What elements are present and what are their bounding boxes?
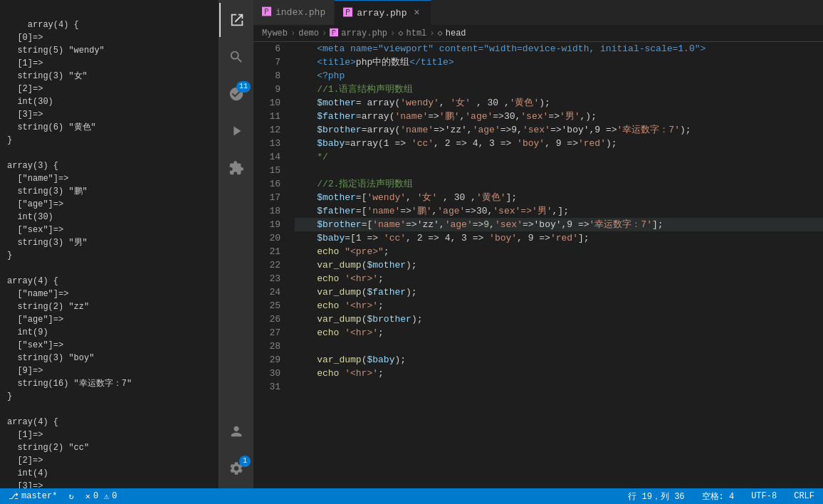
code-token: ]; [505, 191, 517, 204]
breadcrumb-head-icon: ◇ [438, 28, 443, 38]
code-token: 'cc' [412, 137, 434, 150]
sidebar-item-git[interactable]: 11 [219, 77, 253, 111]
code-line: $brother=['name'=>'zz','age'=>9,'sex'=>'… [295, 218, 823, 231]
line-numbers: 6789101112131415161718192021222324252627… [253, 42, 289, 488]
code-token: '幸运数字：7' [617, 123, 680, 137]
line-number: 17 [253, 191, 281, 204]
code-token: => [428, 110, 439, 123]
code-line: echo '<hr>'; [295, 299, 823, 313]
code-token: 'sex' [495, 218, 523, 231]
code-token: $father [317, 204, 356, 218]
sidebar-item-extensions[interactable] [219, 151, 253, 185]
line-number: 20 [253, 231, 281, 245]
tab-close-array[interactable]: × [411, 7, 422, 19]
breadcrumb-sep1: › [290, 28, 295, 38]
sidebar-item-account[interactable] [219, 414, 253, 448]
code-token: =[ [362, 218, 373, 231]
code-token: ); [412, 313, 423, 326]
line-number: 7 [253, 56, 281, 69]
code-line: */ [295, 150, 823, 164]
code-area[interactable]: <meta name="viewport" content="width=dev… [289, 42, 823, 488]
breadcrumb-head[interactable]: head [446, 28, 466, 38]
tab-array[interactable]: 🅿 array.php × [335, 0, 431, 25]
code-token: '<hr>' [345, 367, 378, 380]
code-token: =>30, [465, 204, 493, 218]
code-token: php中的数组 [356, 56, 409, 69]
line-number: 12 [253, 123, 281, 137]
code-token [295, 177, 317, 191]
settings-badge: 1 [239, 456, 251, 467]
git-badge: 11 [236, 81, 251, 93]
line-number: 8 [253, 69, 281, 83]
breadcrumb-demo[interactable]: demo [298, 28, 319, 38]
breadcrumb-myweb[interactable]: Myweb [262, 28, 288, 38]
format-status[interactable]: CRLF [791, 491, 817, 501]
sidebar-item-settings[interactable]: 1 [219, 451, 253, 485]
code-token: <meta name="viewport" content="width=dev… [295, 42, 706, 56]
code-token: '女' [412, 191, 437, 204]
code-token: ); [406, 258, 417, 272]
code-token [295, 191, 317, 204]
code-token: =>'男' [520, 204, 552, 218]
encoding-status[interactable]: UTF-8 [748, 491, 780, 501]
code-token: </title> [409, 56, 454, 69]
code-token: , 30 , [471, 96, 510, 110]
code-token: 'boy' [489, 231, 517, 245]
line-number: 29 [253, 353, 281, 367]
line-number: 10 [253, 96, 281, 110]
code-line [295, 164, 823, 177]
code-token [295, 313, 317, 326]
cursor-position[interactable]: 行 19，列 36 [625, 490, 687, 503]
breadcrumb-html[interactable]: html [406, 28, 426, 38]
code-token: 'wendy' [400, 96, 439, 110]
code-token [295, 83, 317, 96]
warning-icon: ⚠ [104, 491, 109, 502]
code-token: //2.指定语法声明数组 [317, 177, 413, 191]
line-number: 25 [253, 299, 281, 313]
code-line: //2.指定语法声明数组 [295, 177, 823, 191]
sidebar-item-search[interactable] [219, 40, 253, 74]
code-token: =[1 => [345, 231, 384, 245]
indent-status[interactable]: 空格: 4 [699, 490, 738, 503]
sync-status[interactable]: ↻ [65, 491, 76, 502]
code-token: '<hr>' [345, 272, 378, 285]
code-line: echo "<pre>"; [295, 245, 823, 258]
line-number: 27 [253, 326, 281, 340]
code-token: 'age' [445, 218, 473, 231]
code-token: = array( [356, 96, 400, 110]
breadcrumb: Myweb › demo › 🅿 array.php › ◇ html › ◇ … [253, 25, 823, 42]
code-line: $mother= array('wendy', '女' , 30 ,'黄色'); [295, 96, 823, 110]
git-branch-label: master* [21, 491, 57, 501]
code-token: '<hr>' [345, 326, 378, 340]
code-token: var_dump [317, 313, 361, 326]
breadcrumb-sep4: › [429, 28, 434, 38]
errors-status[interactable]: ✕ 0 ⚠ 0 [83, 491, 120, 502]
code-token: 'name' [372, 218, 406, 231]
code-token: $mother [317, 96, 356, 110]
code-token: //1.语言结构声明数组 [317, 83, 413, 96]
code-token: '幸运数字：7' [589, 218, 652, 231]
code-token: , [406, 191, 412, 204]
sidebar-item-explorer[interactable] [219, 3, 253, 37]
code-token: =>30, [493, 110, 520, 123]
tab-index[interactable]: 🅿 index.php [253, 0, 335, 25]
code-token: => [548, 110, 560, 123]
line-number: 21 [253, 245, 281, 258]
code-token: =>9, [500, 123, 523, 137]
code-token: ; [378, 326, 384, 340]
line-number: 23 [253, 272, 281, 285]
code-token: =>'zz', [434, 123, 473, 137]
git-branch-status[interactable]: ⎇ master* [6, 491, 60, 502]
error-icon: ✕ [85, 491, 90, 502]
code-token: $mother [367, 258, 406, 272]
code-line: echo '<hr>'; [295, 326, 823, 340]
line-number: 14 [253, 150, 281, 164]
breadcrumb-arrayphp[interactable]: array.php [341, 28, 387, 38]
code-token: "<pre>" [345, 245, 384, 258]
code-token: '鹏' [412, 204, 432, 218]
line-number: 26 [253, 313, 281, 326]
code-line: var_dump($baby); [295, 353, 823, 367]
sidebar-item-run[interactable] [219, 114, 253, 148]
code-token: $brother [317, 123, 361, 137]
breadcrumb-html-icon: ◇ [398, 28, 403, 38]
